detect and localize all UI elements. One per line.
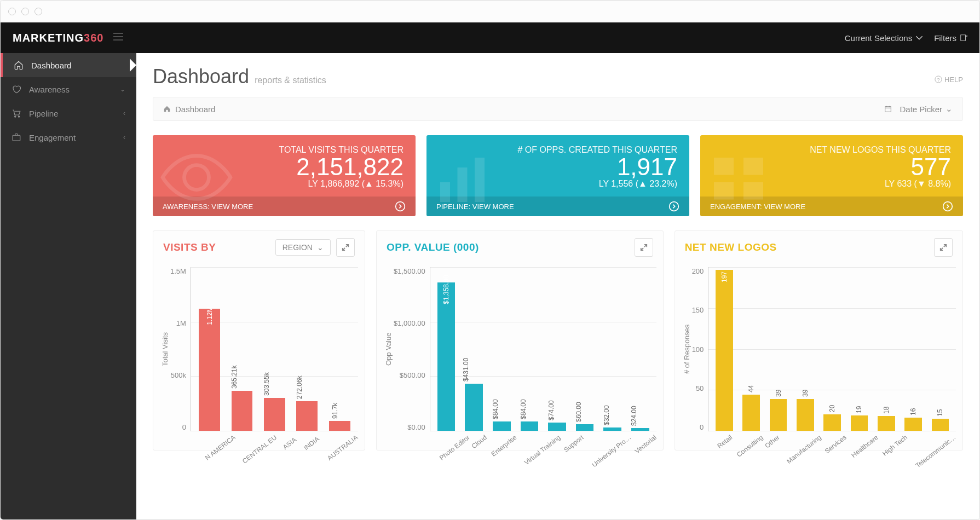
breadcrumb-label[interactable]: Dashboard (175, 105, 215, 114)
kpi-value: 2,151,822 (165, 155, 403, 179)
kpi-label: # OF OPPS. CREATED THIS QUARTER (439, 145, 677, 155)
kpi-ly: LY 1,556 (▲ 23.2%) (439, 179, 677, 189)
kpi-label: TOTAL VISITS THIS QUARTER (165, 145, 403, 155)
sidebar-item-pipeline[interactable]: Pipeline ‹ (1, 101, 136, 125)
svg-point-1 (15, 116, 16, 117)
kpi-net-new-logos[interactable]: NET NEW LOGOS THIS QUARTER 577 LY 633 (▼… (700, 135, 963, 216)
chevron-down-icon: ⌄ (120, 85, 125, 93)
chart-yaxis: 1.5M1M500k0 (170, 267, 191, 431)
chevron-left-icon: ‹ (123, 109, 125, 117)
filters-link[interactable]: Filters (934, 33, 967, 43)
topbar: MARKETING360 Current Selections Filters (1, 22, 979, 53)
sidebar-item-label: Engagement (29, 133, 76, 142)
briefcase-icon (11, 132, 21, 142)
chevron-down-icon: ⌄ (317, 243, 324, 252)
kpi-value: 577 (712, 155, 951, 179)
sidebar-item-dashboard[interactable]: Dashboard (1, 53, 136, 77)
svg-rect-6 (885, 107, 891, 112)
chart-yaxis: $1,500.00$1,000.00$500.00$0.00 (394, 267, 430, 431)
main-content: Dashboard reports & statistics ? HELP Da… (136, 53, 979, 519)
expand-icon (342, 244, 349, 251)
expand-button[interactable] (934, 238, 953, 257)
card-net-new-logos: NET NEW LOGOS # of Responses 20015010050… (675, 230, 963, 450)
kpi-ly: LY 1,866,892 (▲ 15.3%) (165, 179, 403, 189)
chart-ylabel: Opp Value (383, 267, 394, 431)
kpi-ly: LY 633 (▼ 8.8%) (712, 179, 951, 189)
svg-rect-3 (13, 135, 20, 141)
kpi-opps-created[interactable]: # OF OPPS. CREATED THIS QUARTER 1,917 LY… (426, 135, 689, 216)
breadcrumb-bar: Dashboard Date Picker ⌄ (153, 97, 963, 121)
card-title: VISITS BY (163, 241, 216, 253)
menu-icon[interactable] (113, 33, 123, 43)
calendar-icon (884, 105, 892, 113)
card-visits-by: VISITS BY REGION⌄ Total Visits 1.5M1M500… (153, 230, 365, 450)
expand-button[interactable] (336, 238, 355, 257)
kpi-label: NET NEW LOGOS THIS QUARTER (712, 145, 951, 155)
arrow-right-circle-icon (395, 201, 406, 212)
expand-icon (640, 244, 648, 251)
sidebar-item-label: Awareness (29, 85, 70, 94)
home-icon (163, 105, 171, 113)
chart-ylabel: Total Visits (160, 267, 170, 431)
chart-xaxis: Photo EditorCloudEnterpriseVirtual Train… (427, 431, 656, 450)
chart-ylabel: # of Responses (682, 267, 692, 431)
region-dropdown[interactable]: REGION⌄ (275, 239, 331, 256)
kpi-footer-link[interactable]: PIPELINE: VIEW MORE (426, 197, 689, 216)
card-title: OPP. VALUE (000) (387, 241, 479, 253)
chart-yaxis: 200150100500 (692, 267, 708, 431)
svg-point-12 (670, 202, 679, 211)
svg-point-2 (18, 116, 19, 117)
svg-point-17 (943, 202, 953, 211)
help-icon: ? (935, 76, 942, 83)
kpi-footer-link[interactable]: AWARENESS: VIEW MORE (153, 197, 416, 216)
chevron-down-icon: ⌄ (946, 104, 953, 114)
charts-row: VISITS BY REGION⌄ Total Visits 1.5M1M500… (136, 216, 979, 465)
brand: MARKETING360 (13, 32, 103, 44)
window-titlebar (1, 1, 979, 22)
chart-visits-by: Total Visits 1.5M1M500k0 1.12M365.21k303… (153, 264, 365, 450)
sidebar-item-label: Pipeline (29, 109, 58, 118)
arrow-right-circle-icon (668, 201, 679, 212)
chart-net-new-logos: # of Responses 200150100500 197443939201… (675, 264, 962, 450)
expand-button[interactable] (635, 238, 653, 257)
chevron-left-icon: ‹ (123, 134, 125, 141)
svg-rect-0 (961, 35, 966, 41)
date-picker[interactable]: Date Picker ⌄ (884, 104, 953, 114)
current-selections-link[interactable]: Current Selections (845, 33, 923, 43)
kpi-footer-link[interactable]: ENGAGEMENT: VIEW MORE (700, 197, 963, 216)
expand-icon (939, 244, 947, 251)
chart-xaxis: N AMERICACENTRAL EUASIAINDIAAUSTRALIA (193, 431, 358, 450)
sidebar-item-engagement[interactable]: Engagement ‹ (1, 125, 136, 149)
help-link[interactable]: ? HELP (935, 76, 963, 84)
arrow-right-circle-icon (942, 201, 953, 212)
chart-xaxis: RetailConsultingOtherManufacturingServic… (709, 431, 956, 450)
window-minimize-dot[interactable] (21, 8, 29, 15)
home-icon (14, 60, 24, 70)
page-title: Dashboard (153, 65, 249, 88)
sidebar-item-awareness[interactable]: Awareness ⌄ (1, 77, 136, 101)
kpi-value: 1,917 (439, 155, 677, 179)
window-maximize-dot[interactable] (34, 8, 42, 15)
page-subtitle: reports & statistics (255, 76, 326, 85)
sidebar: Dashboard Awareness ⌄ Pipeline ‹ Engagem… (1, 53, 136, 519)
kpi-row: TOTAL VISITS THIS QUARTER 2,151,822 LY 1… (136, 121, 979, 216)
card-opp-value: OPP. VALUE (000) Opp Value $1,500.00$1,0… (376, 230, 664, 450)
window-close-dot[interactable] (8, 8, 16, 15)
chart-plot: $1,358.00$431.00$84.00$84.00$74.00$60.00… (430, 267, 656, 431)
svg-text:?: ? (937, 77, 940, 83)
chart-plot: 1.12M365.21k303.55k272.06k91.7k (191, 267, 358, 431)
chart-opp-value: Opp Value $1,500.00$1,000.00$500.00$0.00… (377, 264, 663, 450)
cart-icon (11, 108, 21, 118)
svg-point-8 (396, 202, 405, 211)
heart-icon (11, 84, 21, 94)
sidebar-item-label: Dashboard (31, 61, 71, 70)
kpi-total-visits[interactable]: TOTAL VISITS THIS QUARTER 2,151,822 LY 1… (153, 135, 416, 216)
chart-plot: 1974439392019181615 (708, 267, 956, 431)
card-title: NET NEW LOGOS (685, 241, 777, 253)
